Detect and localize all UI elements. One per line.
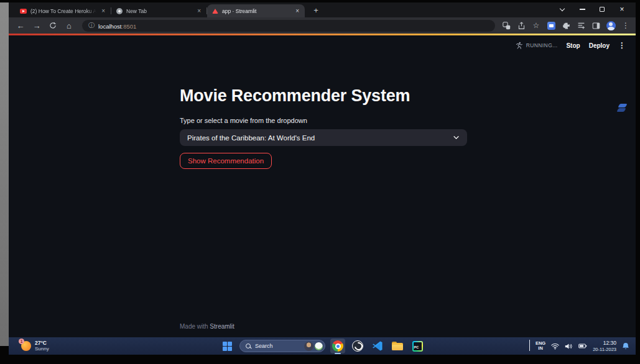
chrome-icon — [332, 340, 343, 352]
tab-new-tab[interactable]: New Tab × — [111, 4, 206, 17]
tray-date: 20-11-2023 — [593, 347, 616, 352]
side-panel-icon[interactable] — [591, 20, 601, 30]
notification-badge: 1 — [19, 339, 24, 344]
notification-bell-icon[interactable] — [622, 342, 629, 350]
close-icon[interactable]: × — [294, 7, 300, 15]
profile-avatar[interactable] — [606, 20, 616, 30]
vscode-icon — [372, 340, 383, 352]
browser-window: (2) How To Create Heroku Accou × New Tab… — [9, 2, 636, 337]
clock[interactable]: 12:30 20-11-2023 — [593, 340, 616, 352]
windows-icon — [223, 342, 232, 351]
url-port: :8501 — [122, 23, 137, 30]
obs-icon — [352, 340, 363, 352]
main-content: Movie Recommender System Type or select … — [180, 35, 467, 169]
translate-icon[interactable] — [501, 20, 511, 30]
taskbar-search[interactable]: Search — [239, 340, 325, 352]
tray-expand-icon[interactable] — [529, 340, 530, 352]
tab-title: New Tab — [126, 8, 192, 14]
tray-time: 12:30 — [593, 340, 616, 346]
language-indicator[interactable]: ENG IN — [536, 341, 545, 352]
toolbar-actions: ☆ ⋮ — [501, 20, 631, 30]
url-text: localhost:8501 — [98, 20, 136, 31]
new-tab-button[interactable]: + — [310, 4, 322, 16]
taskbar-chrome[interactable] — [330, 339, 345, 353]
forward-icon[interactable]: → — [30, 19, 44, 32]
page-title: Movie Recommender System — [180, 35, 467, 106]
site-info-icon[interactable]: ⓘ — [88, 21, 95, 30]
reading-list-icon[interactable] — [576, 20, 586, 30]
movie-select[interactable]: Pirates of the Caribbean: At World's End — [180, 129, 467, 146]
url-host: localhost — [98, 23, 122, 30]
battery-icon[interactable] — [578, 343, 587, 349]
weather-desc: Sunny — [35, 346, 49, 352]
chevron-down-icon — [453, 134, 460, 141]
search-label: Search — [255, 343, 300, 349]
system-tray: ENG IN 12:30 20-11-2023 — [529, 340, 629, 352]
window-controls: × — [552, 2, 632, 16]
search-icon — [246, 344, 251, 349]
taskbar-obs[interactable] — [350, 339, 365, 353]
tab-search-button[interactable] — [552, 2, 572, 16]
address-bar[interactable]: ⓘ localhost:8501 — [82, 20, 495, 32]
wifi-icon[interactable] — [551, 343, 559, 350]
tab-title: app · Streamlit — [222, 8, 290, 14]
tab-youtube[interactable]: (2) How To Create Heroku Accou × — [16, 4, 111, 17]
app-menu-icon[interactable]: ⋮ — [618, 41, 626, 50]
browser-toolbar: ← → ⌂ ⓘ localhost:8501 ☆ — [9, 17, 636, 34]
stop-button[interactable]: Stop — [566, 42, 580, 49]
search-highlight-image — [315, 342, 323, 350]
tab-bar: (2) How To Create Heroku Accou × New Tab… — [9, 2, 636, 17]
search-highlight-image — [304, 342, 313, 351]
status-text: RUNNING... — [526, 42, 558, 48]
weather-widget[interactable]: 1 27°C Sunny — [21, 340, 49, 352]
streamlit-icon — [211, 7, 218, 14]
volume-icon[interactable] — [565, 343, 573, 350]
streamlit-app: RUNNING... Stop Deploy ⋮ Movie Recommend… — [9, 35, 636, 337]
sun-icon: 1 — [21, 341, 31, 351]
tab-title: (2) How To Create Heroku Accou — [30, 8, 96, 14]
close-icon[interactable]: × — [196, 7, 202, 15]
pycharm-icon: PC — [412, 341, 423, 352]
desktop-edge — [0, 2, 9, 346]
taskbar: 1 27°C Sunny Search — [9, 337, 636, 355]
share-icon[interactable] — [516, 20, 526, 30]
footer-text: Made with — [180, 323, 210, 330]
home-icon[interactable]: ⌂ — [62, 19, 76, 32]
taskbar-center: Search PC — [220, 337, 425, 355]
taskbar-file-explorer[interactable] — [390, 339, 405, 353]
back-icon[interactable]: ← — [14, 19, 27, 32]
selected-movie: Pirates of the Caribbean: At World's End — [187, 134, 453, 142]
streamlit-link[interactable]: Streamlit — [210, 323, 234, 330]
deploy-button[interactable]: Deploy — [589, 42, 610, 49]
screen: (2) How To Create Heroku Accou × New Tab… — [0, 0, 640, 364]
weather-temp: 27°C — [35, 340, 49, 347]
reload-icon[interactable] — [46, 19, 60, 32]
youtube-icon — [20, 7, 27, 14]
start-button[interactable] — [220, 339, 234, 353]
minimize-button[interactable] — [572, 2, 592, 16]
extensions-puzzle-icon[interactable] — [561, 20, 571, 30]
streamlit-header: RUNNING... Stop Deploy ⋮ — [515, 41, 626, 50]
running-man-icon — [515, 42, 523, 50]
docs-extension-icon[interactable] — [546, 20, 556, 30]
taskbar-vscode[interactable] — [370, 339, 385, 353]
taskbar-pycharm[interactable]: PC — [410, 339, 425, 353]
bookmark-star-icon[interactable]: ☆ — [531, 20, 541, 30]
folder-icon — [392, 342, 403, 350]
browser-menu-icon[interactable]: ⋮ — [621, 20, 631, 30]
weather-text: 27°C Sunny — [35, 340, 49, 352]
close-icon[interactable]: × — [100, 7, 106, 15]
tab-streamlit-app[interactable]: app · Streamlit × — [207, 4, 305, 17]
close-window-button[interactable]: × — [612, 2, 632, 16]
maximize-button[interactable] — [592, 2, 612, 16]
app-status: RUNNING... — [515, 42, 558, 50]
select-label: Type or select a movie from the dropdown — [180, 117, 467, 124]
footer: Made with Streamlit — [180, 323, 234, 330]
chrome-icon — [116, 7, 123, 14]
extension-s-icon[interactable] — [617, 102, 627, 114]
show-recommendation-button[interactable]: Show Recommendation — [180, 153, 272, 169]
